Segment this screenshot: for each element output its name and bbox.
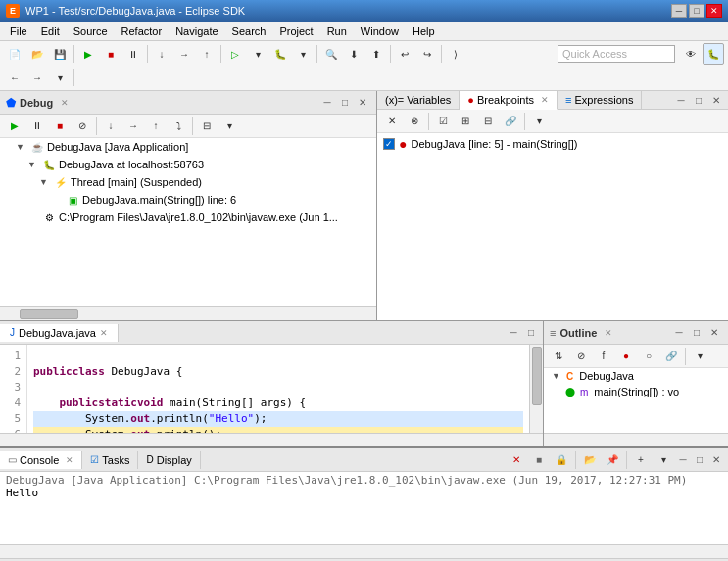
- menu-refactor[interactable]: Refactor: [116, 23, 169, 39]
- new-button[interactable]: 📄: [4, 43, 25, 65]
- maximize-button[interactable]: □: [689, 4, 704, 18]
- debug-resume-button[interactable]: ▶: [77, 43, 99, 65]
- debug-tree-item-1[interactable]: ▼ 🐛 DebugJava at localhost:58763: [0, 156, 376, 173]
- menu-edit[interactable]: Edit: [35, 23, 66, 39]
- debug-tree-item-2[interactable]: ▼ ⚡ Thread [main] (Suspended): [0, 173, 376, 191]
- view-menu-btn[interactable]: ▾: [218, 116, 240, 137]
- bp-item-0[interactable]: ✓ ● DebugJava [line: 5] - main(String[]): [377, 133, 728, 155]
- outline-sort-btn[interactable]: ⇅: [548, 346, 569, 367]
- console-minimize-btn[interactable]: ─: [675, 452, 691, 468]
- nav-dropdown-button[interactable]: ▾: [49, 67, 71, 88]
- bp-checkbox-0[interactable]: ✓: [383, 138, 395, 150]
- breakpoints-close[interactable]: ✕: [541, 95, 549, 105]
- step-over-dbg[interactable]: →: [122, 116, 144, 137]
- step-over-button[interactable]: →: [173, 43, 195, 65]
- remove-breakpoint-btn[interactable]: ✕: [381, 111, 403, 132]
- expand-all-btn[interactable]: ⊞: [455, 111, 476, 132]
- console-display-btn[interactable]: ▾: [653, 449, 674, 471]
- tab-console[interactable]: ▭ Console ✕: [0, 451, 82, 469]
- console-maximize-btn[interactable]: □: [692, 452, 707, 468]
- outline-tab-label[interactable]: Outline: [559, 327, 597, 339]
- menu-navigate[interactable]: Navigate: [170, 23, 223, 39]
- redo-button[interactable]: ↪: [416, 43, 438, 65]
- remove-all-btn[interactable]: ⊗: [404, 111, 425, 132]
- editor-vscroll[interactable]: [529, 345, 543, 433]
- perspective-button[interactable]: 👁: [680, 43, 702, 65]
- debug-minimize-button[interactable]: ─: [319, 95, 335, 111]
- debug-dropdown-button[interactable]: ▾: [292, 43, 314, 65]
- undo-button[interactable]: ↩: [394, 43, 415, 65]
- menu-search[interactable]: Search: [226, 23, 272, 39]
- tab-breakpoints[interactable]: ● Breakpoints ✕: [460, 91, 558, 110]
- outline-hide-static-btn[interactable]: ●: [615, 346, 637, 367]
- debug-tree-item-4[interactable]: ⚙ C:\Program Files\Java\jre1.8.0_102\bin…: [0, 209, 376, 226]
- editor-tab-close[interactable]: ✕: [100, 328, 108, 338]
- step-into-dbg[interactable]: ↓: [100, 116, 121, 137]
- tab-expressions[interactable]: ≡ Expressions: [558, 91, 642, 109]
- title-bar-controls[interactable]: ─ □ ✕: [671, 4, 722, 18]
- console-pin-btn[interactable]: 📌: [602, 449, 623, 471]
- menu-project[interactable]: Project: [273, 23, 318, 39]
- debug-hscroll-thumb[interactable]: [20, 309, 78, 319]
- quick-access-container[interactable]: Quick Access: [558, 45, 675, 63]
- run-button[interactable]: ▷: [224, 43, 246, 65]
- open-button[interactable]: 📂: [26, 43, 48, 65]
- menu-source[interactable]: Source: [68, 23, 114, 39]
- tab-display[interactable]: D Display: [138, 451, 200, 469]
- run-dropdown-button[interactable]: ▾: [247, 43, 268, 65]
- resume-btn[interactable]: ▶: [4, 116, 25, 137]
- outline-view-menu[interactable]: ▾: [689, 346, 710, 367]
- outline-hscroll[interactable]: [544, 433, 728, 446]
- forward-button[interactable]: ⟩: [445, 43, 466, 65]
- step-into-button[interactable]: ↓: [151, 43, 172, 65]
- editor-vscroll-thumb[interactable]: [532, 347, 542, 405]
- editor-content[interactable]: 1 2 3 4 5 6 7 8 9 public class DebugJava…: [0, 345, 543, 433]
- collapse-all-bp-btn[interactable]: ⊟: [477, 111, 499, 132]
- code-area[interactable]: public class DebugJava { public static v…: [27, 345, 529, 433]
- suspend-btn[interactable]: ⏸: [26, 116, 48, 137]
- debug-tab-close[interactable]: ✕: [61, 98, 69, 108]
- disconnect-btn[interactable]: ⊘: [72, 116, 93, 137]
- next-annotation-button[interactable]: ⬇: [343, 43, 364, 65]
- outline-item-class[interactable]: ▼ C DebugJava: [544, 368, 728, 384]
- debug-close-button[interactable]: ✕: [355, 95, 370, 111]
- forward-nav-button[interactable]: →: [26, 67, 48, 88]
- debug-tree-item-0[interactable]: ▼ ☕ DebugJava [Java Application]: [0, 138, 376, 156]
- console-close-btn[interactable]: ✕: [708, 452, 724, 468]
- outline-close-icon[interactable]: ✕: [605, 328, 612, 338]
- editor-tab-debugjava[interactable]: J DebugJava.java ✕: [0, 324, 119, 342]
- stop-btn[interactable]: ■: [49, 116, 71, 137]
- step-return-button[interactable]: ↑: [196, 43, 218, 65]
- outline-item-method[interactable]: ⬤ m main(String[]) : vo: [544, 384, 728, 399]
- console-tab-close[interactable]: ✕: [66, 455, 73, 465]
- console-stop-btn[interactable]: ■: [528, 449, 550, 471]
- outline-minimize-btn[interactable]: ─: [671, 325, 687, 341]
- drop-to-frame-btn[interactable]: ⤵: [168, 116, 189, 137]
- debug-maximize-button[interactable]: □: [337, 95, 353, 111]
- menu-file[interactable]: File: [4, 23, 33, 39]
- console-new-btn[interactable]: +: [630, 449, 652, 471]
- search-button[interactable]: 🔍: [320, 43, 342, 65]
- debug-tab-label[interactable]: Debug: [20, 97, 53, 109]
- outline-filter-btn[interactable]: ⊘: [570, 346, 592, 367]
- console-hscroll[interactable]: [0, 544, 728, 558]
- menu-window[interactable]: Window: [355, 23, 405, 39]
- outline-hide-nondef-btn[interactable]: ○: [638, 346, 659, 367]
- minimize-button[interactable]: ─: [671, 4, 687, 18]
- bp-close-button[interactable]: ✕: [708, 92, 724, 108]
- bp-minimize-button[interactable]: ─: [673, 92, 689, 108]
- step-return-dbg[interactable]: ↑: [145, 116, 167, 137]
- editor-minimize-btn[interactable]: ─: [506, 325, 521, 341]
- bp-view-menu[interactable]: ▾: [528, 111, 550, 132]
- debug-suspend-button[interactable]: ⏸: [122, 43, 144, 65]
- editor-hscroll[interactable]: [0, 433, 543, 446]
- bp-maximize-button[interactable]: □: [691, 92, 706, 108]
- debug-stop-button[interactable]: ■: [100, 43, 121, 65]
- collapse-all-btn[interactable]: ⊟: [196, 116, 218, 137]
- console-clear-btn[interactable]: ✕: [506, 449, 527, 471]
- editor-maximize-btn[interactable]: □: [523, 325, 539, 341]
- console-open-btn[interactable]: 📂: [579, 449, 601, 471]
- debug-launch-button[interactable]: 🐛: [269, 43, 291, 65]
- tab-variables[interactable]: (x)= Variables: [377, 91, 460, 109]
- debug-hscroll[interactable]: [0, 306, 376, 320]
